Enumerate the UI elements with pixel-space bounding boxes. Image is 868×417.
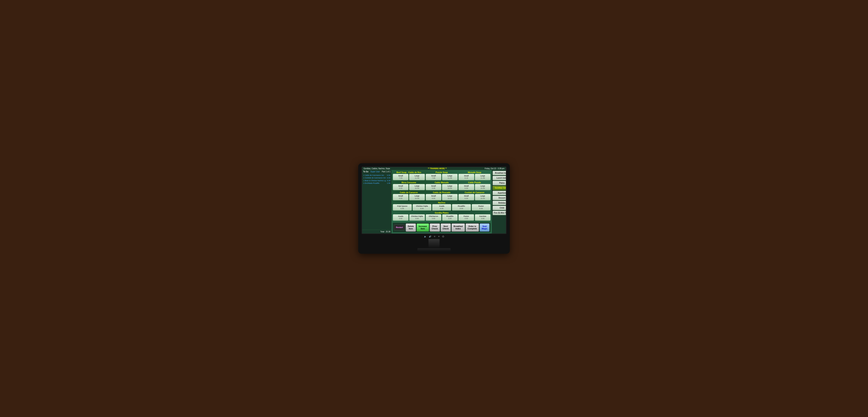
gordita-asada-btn[interactable]: Asada 3.50 (393, 214, 408, 221)
vol-down-icon[interactable]: 🔈 (424, 235, 427, 238)
next-check-button[interactable]: Next Check (441, 223, 451, 232)
cat-five-mini-tacos[interactable]: Five (5) Mini Tacos (493, 211, 506, 215)
cat-platos[interactable]: Platos (493, 181, 506, 185)
caldo-menudo-small-btn[interactable]: Small 5.99 (426, 184, 441, 190)
user-label: Super User (370, 171, 380, 173)
gordita-carnitas-btn[interactable]: Carnitas 3.50 (475, 214, 491, 221)
beef-soup-small-btn[interactable]: Small 7.59 (393, 174, 408, 180)
seat-magic-button[interactable]: Seat Magic (479, 223, 490, 232)
soup-row-2: Birra Consome Small 6.50 Large 10.50 (393, 181, 491, 190)
caldo-pozole-large-btn[interactable]: Large 10.50 (475, 184, 491, 190)
nachos-items: Frijol Queso 5.99 Chicken Fajita 8.99 As… (393, 204, 491, 211)
caldo-pescado-small-btn[interactable]: Small 6.50 (426, 194, 441, 200)
caldo-camaron-large-btn[interactable]: Large 10.50 (409, 194, 425, 200)
cat-breakfast-index[interactable]: Breakfast Index (493, 171, 506, 175)
vol-up-icon[interactable]: 🔊 (429, 235, 431, 238)
caldo-pozole-section: Caldo Pozole Small 6.50 Large 10.50 (458, 181, 491, 190)
main-layout: To Go Super User Part 1 of 1 1 Caldo de … (362, 170, 506, 234)
order-item[interactable]: 1 Enchilada Picadillo 2.99 (363, 182, 391, 184)
caldo-menudo-section: Caldo Menudo Small 5.99 Large 10.50 (426, 181, 458, 190)
training-mode: ** TRAINING MODE ** (428, 168, 447, 170)
gordita-picadillo-btn[interactable]: Picadillo 3.50 (442, 214, 458, 221)
menudo-soup-large-btn[interactable]: Large 11.99 (475, 174, 491, 180)
brightness-up-icon[interactable]: ✴ (438, 235, 440, 238)
nachos-chicken-fajita-btn[interactable]: Chicken Fajita 8.99 (412, 204, 432, 211)
caldo-pozole-small-btn[interactable]: Small 6.50 (458, 184, 474, 190)
cocktel-camaron-label: Cocktel de Camaron (458, 191, 491, 194)
pozole-soup-small-btn[interactable]: Small 7.89 (426, 174, 441, 180)
gordita-plates-section: Gordita Plates Asada 3.50 Chicken Fajita… (393, 212, 491, 221)
menudo-soup-sizes: Small 8.19 Large 11.99 (458, 174, 491, 180)
order-type: To Go (363, 171, 368, 173)
restart-button[interactable]: Restart (394, 224, 405, 230)
datetime: Friday, Oct 22 - 3:39 pm (485, 168, 504, 170)
order-item[interactable]: 1 Caldo de Cammaron Sm 6.50 (363, 174, 391, 177)
status-bar: Gorditas, Caldos, Nachos, Sopa ** TRAINI… (362, 167, 506, 170)
nachos-pastor-btn[interactable]: Pastor 8.99 (472, 204, 491, 211)
order-item[interactable]: 1 Cocktde de Cammaron Sm 6.50 (363, 177, 391, 179)
cat-child[interactable]: Child (493, 206, 506, 210)
gordita-chicharron-btn[interactable]: Chicharron 3.50 (426, 214, 441, 221)
pozole-soup-large-btn[interactable]: Large 11.99 (442, 174, 458, 180)
caldo-menudo-sizes: Small 5.99 Large 10.50 (426, 184, 458, 190)
nachos-frijol-btn[interactable]: Frijol Queso 5.99 (393, 204, 412, 211)
center-menu: Beef Soup - Caldo de Res Small 7.59 Larg… (392, 170, 492, 234)
monitor-stand (429, 239, 439, 248)
cat-lunch-index[interactable]: Lunch Index (493, 176, 506, 180)
birra-consome-small-btn[interactable]: Small 6.50 (393, 184, 408, 190)
delete-item-button[interactable]: Delete Item (406, 223, 416, 232)
cat-appetizer[interactable]: Appetizer (493, 191, 506, 195)
monitor-controls: 🔈 🔊 ✳ ✴ ⏻ (422, 234, 446, 239)
bottom-action-bar: Restart Delete Item Increase Item Prior … (393, 222, 491, 232)
caldo-camaron-small-btn[interactable]: Small 6.50 (393, 194, 408, 200)
caldo-pozole-sizes: Small 6.50 Large 10.50 (458, 184, 491, 190)
nachos-asada-btn[interactable]: Asada 8.99 (432, 204, 451, 211)
total-label: Total (380, 231, 384, 233)
birra-consome-sizes: Small 6.50 Large 10.50 (393, 184, 425, 190)
order-item[interactable]: 1 Bean & Cheese Nachos Lg 9.39 (363, 179, 391, 182)
nachos-section: Nachos Frijol Queso 5.99 Chicken Fajita … (393, 202, 491, 211)
left-panel: To Go Super User Part 1 of 1 1 Caldo de … (362, 170, 392, 234)
cat-dessert[interactable]: Dessert (493, 196, 506, 200)
prior-check-button[interactable]: Prior Check (430, 223, 440, 232)
caldo-camaron-label: Caldo de Camaron (393, 191, 425, 194)
birra-consome-label: Birra Consome (393, 181, 425, 183)
cocktel-camaron-large-btn[interactable]: Large 10.50 (475, 194, 491, 200)
cocktel-camaron-small-btn[interactable]: Small 6.50 (458, 194, 474, 200)
right-panel-categories: Breakfast Index Lunch Index Platos Gordi… (492, 170, 506, 234)
increase-item-button[interactable]: Increase Item (416, 223, 429, 232)
soup-row-3: Caldo de Camaron Small 6.50 Large 10.50 (393, 191, 491, 200)
brightness-down-icon[interactable]: ✳ (434, 235, 436, 238)
caldo-camaron-sizes: Small 6.50 Large 10.50 (393, 194, 425, 200)
power-icon[interactable]: ⏻ (442, 235, 444, 238)
cat-gorditas-caldos[interactable]: Gorditas Caldos (493, 186, 506, 190)
caldo-menudo-large-btn[interactable]: Large 10.50 (442, 184, 458, 190)
cocktel-camaron-section: Cocktel de Camaron Small 6.50 Large 10.5… (458, 191, 491, 200)
caldo-pescado-large-btn[interactable]: Large 10.50 (442, 194, 458, 200)
gordita-plates-items: Asada 3.50 Chicken Fajita 3.50 Chicharro… (393, 214, 491, 221)
menudo-soup-small-btn[interactable]: Small 8.19 (458, 174, 474, 180)
gordita-pastor-btn[interactable]: Pastor 3.50 (458, 214, 474, 221)
breakfast-index-button[interactable]: Breakfast Index (452, 223, 465, 232)
birra-consome-large-btn[interactable]: Large 10.50 (409, 184, 425, 190)
cat-bebidas[interactable]: Bebidas (493, 201, 506, 205)
order-header: To Go Super User Part 1 of 1 (362, 170, 392, 173)
beef-soup-section: Beef Soup - Caldo de Res Small 7.59 Larg… (393, 171, 425, 180)
order-total: Total 25.38 (362, 230, 392, 234)
caldo-menudo-label: Caldo Menudo (426, 181, 458, 183)
caldo-pozole-label: Caldo Pozole (458, 181, 491, 183)
pozole-soup-section: Pozole Soup Small 7.89 Large 11.99 (426, 171, 458, 180)
order-complete-button[interactable]: Order is Complete (466, 223, 479, 232)
total-amount: 25.38 (386, 231, 391, 233)
monitor: Gorditas, Caldos, Nachos, Sopa ** TRAINI… (358, 163, 510, 254)
breadcrumb: Gorditas, Caldos, Nachos, Sopa (364, 168, 390, 170)
beef-soup-large-btn[interactable]: Large 11.99 (409, 174, 425, 180)
nachos-picadillo-btn[interactable]: Picadillo 8.99 (452, 204, 471, 211)
cocktel-camaron-sizes: Small 6.50 Large 10.50 (458, 194, 491, 200)
birra-consome-section: Birra Consome Small 6.50 Large 10.50 (393, 181, 425, 190)
screen: Gorditas, Caldos, Nachos, Sopa ** TRAINI… (362, 167, 506, 234)
nachos-label: Nachos (393, 202, 491, 204)
menudo-soup-label: Menudo Soup (458, 171, 491, 173)
gordita-chicken-fajita-btn[interactable]: Chicken Fajita 3.50 (409, 214, 425, 221)
monitor-base (417, 248, 451, 251)
